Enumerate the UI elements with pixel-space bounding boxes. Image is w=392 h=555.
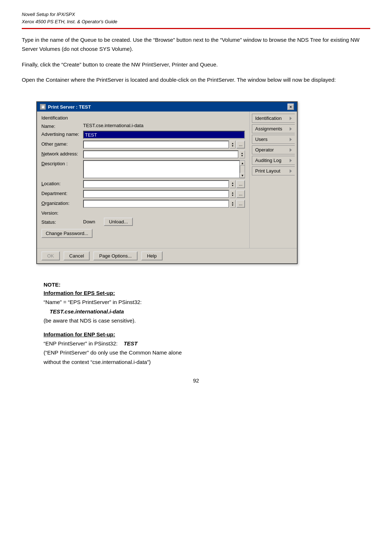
version-label: Version:	[41, 210, 83, 216]
network-address-input[interactable]	[83, 150, 238, 158]
dialog-title-icon: 🖥	[40, 104, 46, 110]
department-row: Department: ▲ ▼ ...	[41, 190, 245, 198]
titlebar-left: 🖥 Print Server : TEST	[40, 104, 91, 110]
ok-button[interactable]: OK	[41, 251, 60, 260]
eps-body: “Name” = “EPS PrintServer” in PSinst32: …	[44, 297, 370, 325]
name-value-text: TEST.cse.international.i-data	[83, 123, 143, 128]
status-value: Down	[83, 219, 95, 224]
status-row: Status: Down Unload...	[41, 218, 245, 226]
department-spinner[interactable]: ▲ ▼	[230, 190, 236, 198]
body-para2: Finally, click the “Create” button to cr…	[22, 60, 370, 69]
scroll-down-arrow[interactable]: ▼	[240, 173, 245, 178]
change-password-wrapper: Change Password...	[41, 229, 245, 242]
header-line2: Xerox 4500 PS ETH, Inst. & Operator's Gu…	[22, 18, 370, 25]
header-line1: Novell Setup for IPX/SPX	[22, 11, 370, 18]
location-input[interactable]	[83, 180, 229, 188]
department-input[interactable]	[83, 190, 229, 198]
unload-button[interactable]: Unload...	[104, 218, 133, 226]
other-name-spinner[interactable]: ▲ ▼	[230, 141, 236, 149]
network-address-input-group: ▲ ▼	[83, 150, 245, 158]
other-name-input-group: ▲ ▼ ...	[83, 141, 245, 149]
organization-input[interactable]	[83, 200, 229, 208]
department-label: Department:	[41, 190, 83, 196]
organization-input-group: ▲ ▼ ...	[83, 200, 245, 208]
cancel-button[interactable]: Cancel	[64, 251, 90, 260]
dialog-main-panel: Identification Name: TEST.cse.internatio…	[37, 112, 250, 248]
department-browse-button[interactable]: ...	[236, 190, 245, 198]
tab-identification[interactable]: Identification	[252, 114, 295, 123]
other-name-label: Other name:	[41, 141, 83, 147]
enp-line3: without the context “cse.international.i…	[44, 359, 151, 365]
body-para1: Type in the name of the Queue to be crea…	[22, 36, 370, 54]
name-value: TEST.cse.international.i-data	[83, 123, 245, 128]
note-section: NOTE: Information for EPS Set-up: “Name”…	[44, 281, 370, 366]
identification-section-header: Identification	[41, 115, 245, 121]
organization-spinner[interactable]: ▲ ▼	[230, 200, 236, 208]
location-browse-button[interactable]: ...	[236, 180, 245, 188]
enp-line2: (“ENP PrintServer” do only use the Commo…	[44, 349, 182, 356]
advertising-label: Advertising name:	[41, 131, 83, 137]
tab-print-layout[interactable]: Print Layout	[252, 166, 295, 175]
dialog-title: Print Server : TEST	[48, 104, 91, 110]
location-input-group: ▲ ▼ ...	[83, 180, 245, 188]
enp-line1: “ENP PrintServer” in PSinst32: TEST	[44, 340, 138, 347]
description-row: Description : ▲ ▼	[41, 160, 245, 178]
dialog-sidebar: Identification Assignments Users Operato…	[250, 112, 297, 248]
eps-line3: (be aware that NDS is case sensitive).	[44, 317, 136, 324]
eps-line1: “Name” = “EPS PrintServer” in PSinst32:	[44, 299, 142, 305]
page-options-button[interactable]: Page Options...	[93, 251, 138, 260]
change-password-button[interactable]: Change Password...	[41, 229, 93, 238]
tab-assignments[interactable]: Assignments	[252, 124, 295, 133]
organization-row: Organization: ▲ ▼ ...	[41, 200, 245, 208]
advertising-row: Advertising name:	[41, 131, 245, 139]
enp-body: “ENP PrintServer” in PSinst32: TEST (“EN…	[44, 339, 370, 367]
network-address-label: Network address:	[41, 150, 83, 157]
dialog-close-button[interactable]: ×	[287, 104, 294, 110]
description-label: Description :	[41, 160, 83, 166]
help-button[interactable]: Help	[141, 251, 163, 260]
network-address-spinner[interactable]: ▲ ▼	[239, 150, 245, 158]
organization-label: Organization:	[41, 200, 83, 206]
eps-line2: TEST.cse.international.i-data	[50, 308, 124, 315]
network-address-row: Network address: ▲ ▼	[41, 150, 245, 158]
location-row: Location: ▲ ▼ ...	[41, 180, 245, 188]
organization-browse-button[interactable]: ...	[236, 200, 245, 208]
version-row: Version:	[41, 210, 245, 216]
status-label: Status:	[41, 219, 83, 225]
name-label: Name:	[41, 123, 83, 129]
advertising-name-input[interactable]	[83, 131, 245, 139]
location-spinner[interactable]: ▲ ▼	[230, 180, 236, 188]
location-label: Location:	[41, 180, 83, 186]
enp-subtitle: Information for ENP Set-up:	[44, 331, 370, 337]
advertising-input-group	[83, 131, 245, 139]
dialog-footer: OK Cancel Page Options... Help	[37, 248, 297, 263]
other-name-row: Other name: ▲ ▼ ...	[41, 141, 245, 149]
body-para3: Open the Container where the PrintServer…	[22, 76, 370, 85]
other-name-input[interactable]	[83, 141, 229, 149]
eps-subtitle: Information for EPS Set-up:	[44, 290, 370, 296]
dialog-titlebar: 🖥 Print Server : TEST ×	[37, 102, 297, 112]
description-textarea-wrapper: ▲ ▼	[83, 160, 245, 178]
page-header: Novell Setup for IPX/SPX Xerox 4500 PS E…	[22, 11, 370, 29]
name-row: Name: TEST.cse.international.i-data	[41, 123, 245, 129]
other-name-browse-button[interactable]: ...	[236, 141, 245, 149]
tab-operator[interactable]: Operator	[252, 145, 295, 154]
note-title: NOTE:	[44, 281, 370, 288]
department-input-group: ▲ ▼ ...	[83, 190, 245, 198]
description-textarea[interactable]	[83, 160, 240, 178]
dialog-body: Identification Name: TEST.cse.internatio…	[37, 112, 297, 248]
scroll-up-arrow[interactable]: ▲	[240, 161, 245, 166]
tab-users[interactable]: Users	[252, 135, 295, 144]
tab-auditing-log[interactable]: Auditing Log	[252, 156, 295, 165]
description-scrollbar[interactable]: ▲ ▼	[240, 160, 245, 178]
page-number: 92	[22, 377, 370, 384]
print-server-dialog: 🖥 Print Server : TEST × Identification N…	[36, 101, 298, 264]
